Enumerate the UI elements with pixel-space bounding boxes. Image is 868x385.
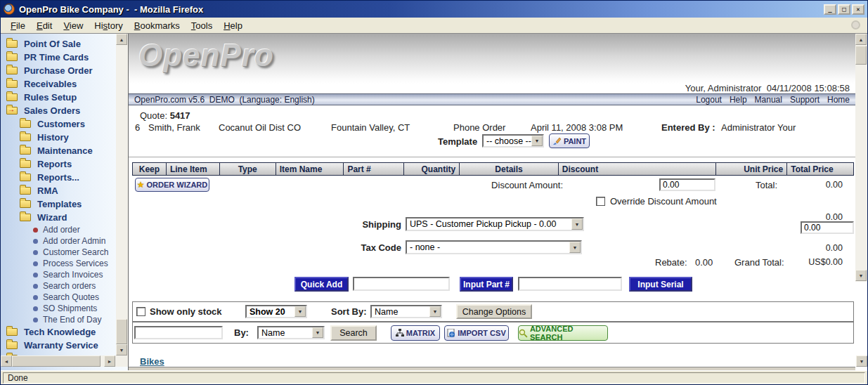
- chevron-down-icon[interactable]: ▼: [429, 306, 441, 317]
- sidebar-item-rules-setup[interactable]: Rules Setup: [1, 91, 115, 104]
- sidebar-item-search-invoices[interactable]: Search Invoices: [1, 269, 115, 280]
- status-field: Done: [3, 372, 865, 384]
- nav-manual[interactable]: Manual: [755, 95, 782, 105]
- scroll-down-icon[interactable]: ▼: [855, 270, 867, 281]
- quick-add-input[interactable]: [353, 277, 450, 291]
- part-number-input[interactable]: [518, 277, 622, 291]
- scroll-up-icon[interactable]: ▲: [855, 34, 867, 45]
- sidebar-horizontal-scrollbar[interactable]: ◄ ►: [1, 355, 128, 367]
- shipping-override-input[interactable]: [801, 221, 854, 234]
- bullet-icon: [33, 295, 38, 300]
- sidebar-item-search-orders[interactable]: Search orders: [1, 280, 115, 292]
- shipping-select[interactable]: UPS - Customer Pickup Pickup - 0.00 ▼: [406, 217, 584, 231]
- sort-by-select[interactable]: Name ▼: [370, 305, 442, 318]
- advanced-search-button[interactable]: ADVANCED SEARCH: [518, 325, 608, 341]
- sidebar-item-receivables[interactable]: Receivables: [1, 77, 115, 91]
- sidebar-item-wizard[interactable]: Wizard: [1, 211, 115, 224]
- search-button[interactable]: Search: [330, 325, 377, 341]
- show-count-select[interactable]: Show 20 ▼: [245, 305, 307, 318]
- total-label: Total:: [756, 180, 777, 190]
- sidebar-item-search-quotes[interactable]: Search Quotes: [1, 292, 115, 303]
- quick-add-button[interactable]: Quick Add: [294, 277, 349, 292]
- main-vertical-scrollbar[interactable]: ▲ ▼: [855, 34, 867, 282]
- import-csv-icon: [447, 329, 455, 338]
- sidebar-vertical-scrollbar[interactable]: ▲ ▼: [116, 34, 128, 355]
- sidebar-item-tech-knowledge[interactable]: Tech Knowledge: [1, 325, 115, 339]
- sidebar-item-maintenance[interactable]: Maintenance: [1, 144, 115, 157]
- override-discount-checkbox[interactable]: [596, 197, 605, 206]
- menu-view[interactable]: View: [58, 19, 89, 32]
- sidebar-item-templates[interactable]: Templates: [1, 197, 115, 211]
- tax-code-select[interactable]: - none - ▼: [406, 240, 582, 254]
- chevron-down-icon[interactable]: ▼: [294, 306, 306, 317]
- matrix-button[interactable]: MATRIX: [391, 325, 440, 341]
- sidebar-item-point-of-sale[interactable]: Point Of Sale: [1, 37, 115, 51]
- sidebar-item-customer-search[interactable]: Customer Search: [1, 247, 115, 258]
- tax-code-label: Tax Code: [361, 242, 401, 253]
- nav-links: LogoutHelpManualSupportHome: [696, 95, 850, 105]
- sidebar-item-add-order[interactable]: Add order: [1, 224, 115, 235]
- results-scroll-down-icon[interactable]: ▼: [856, 355, 867, 367]
- nav-logout[interactable]: Logout: [696, 95, 722, 105]
- search-input[interactable]: [134, 326, 223, 339]
- sort-by-label: Sort By:: [331, 306, 367, 317]
- sidebar-item-purchase-order[interactable]: Purchase Order: [1, 64, 115, 77]
- chevron-down-icon[interactable]: ▼: [312, 327, 323, 338]
- search-by-select[interactable]: Name ▼: [257, 326, 325, 339]
- scroll-left-icon[interactable]: ◄: [1, 355, 12, 367]
- sidebar-item-reports[interactable]: Reports: [1, 157, 115, 171]
- star-icon: ★: [137, 180, 145, 190]
- minimize-button[interactable]: _: [824, 4, 836, 15]
- folder-icon: [20, 120, 31, 128]
- nav-home[interactable]: Home: [827, 95, 850, 105]
- menu-edit[interactable]: Edit: [31, 19, 58, 32]
- paint-button-label: PAINT: [564, 137, 586, 145]
- template-select[interactable]: -- choose -- ▼: [482, 134, 544, 148]
- divider: [129, 157, 855, 157]
- sidebar-item-the-end-of-day[interactable]: The End of Day: [1, 314, 115, 325]
- menu-file[interactable]: File: [5, 19, 31, 32]
- sidebar-item-rma[interactable]: RMA: [1, 184, 115, 197]
- results-horizontal-scrollbar[interactable]: [129, 367, 855, 370]
- change-options-button[interactable]: Change Options: [456, 304, 532, 319]
- sidebar-item-add-order-admin[interactable]: Add order Admin: [1, 235, 115, 247]
- import-csv-button[interactable]: IMPORT CSV: [444, 325, 509, 341]
- sidebar-item-pr-time-cards[interactable]: PR Time Cards: [1, 51, 115, 64]
- sidebar-item-warranty-service[interactable]: Warranty Service: [1, 339, 115, 352]
- sidebar-item-so-shipments[interactable]: SO Shipments: [1, 303, 115, 314]
- customer-number: 6: [135, 122, 140, 133]
- show-only-stock-checkbox[interactable]: [136, 307, 145, 316]
- paint-button[interactable]: PAINT: [549, 133, 590, 148]
- input-part-button[interactable]: Input Part #: [460, 277, 513, 292]
- scrollbar-thumb[interactable]: [116, 319, 127, 344]
- nav-help[interactable]: Help: [730, 95, 747, 105]
- sidebar-item-customers[interactable]: Customers: [1, 117, 115, 131]
- sidebar-item-process-services[interactable]: Process Services: [1, 258, 115, 269]
- scroll-down-icon[interactable]: ▼: [116, 344, 127, 355]
- menu-bookmarks[interactable]: Bookmarks: [129, 19, 186, 32]
- column-header-line-item: Line Item: [167, 163, 220, 175]
- chevron-down-icon[interactable]: ▼: [571, 218, 583, 230]
- menubar-items: FileEditViewHistoryBookmarksToolsHelp: [5, 19, 248, 32]
- menu-history[interactable]: History: [89, 19, 128, 32]
- menu-help[interactable]: Help: [218, 19, 248, 32]
- menu-tools[interactable]: Tools: [186, 19, 218, 32]
- scroll-up-icon[interactable]: ▲: [116, 34, 127, 45]
- discount-amount-input[interactable]: [659, 178, 715, 191]
- scrollbar-thumb[interactable]: [12, 355, 101, 367]
- order-wizard-button[interactable]: ★ ORDER WIZARD: [135, 178, 209, 192]
- close-button[interactable]: ✕: [852, 4, 864, 15]
- nav-support[interactable]: Support: [790, 95, 820, 105]
- scroll-right-icon[interactable]: ►: [104, 355, 115, 367]
- chevron-down-icon[interactable]: ▼: [569, 242, 581, 253]
- sidebar-item-history[interactable]: History: [1, 131, 115, 144]
- maximize-button[interactable]: □: [838, 4, 850, 15]
- tax-amount: 0.00: [826, 243, 843, 253]
- bullet-icon: [33, 261, 38, 266]
- sidebar-item-reports[interactable]: Reports...: [1, 171, 115, 184]
- category-link-bikes[interactable]: Bikes: [140, 356, 164, 367]
- chevron-down-icon[interactable]: ▼: [531, 136, 543, 146]
- scrollbar-thumb[interactable]: [855, 46, 867, 65]
- sidebar-item-sales-orders[interactable]: →Sales Orders: [1, 104, 115, 117]
- input-serial-button[interactable]: Input Serial: [629, 277, 692, 292]
